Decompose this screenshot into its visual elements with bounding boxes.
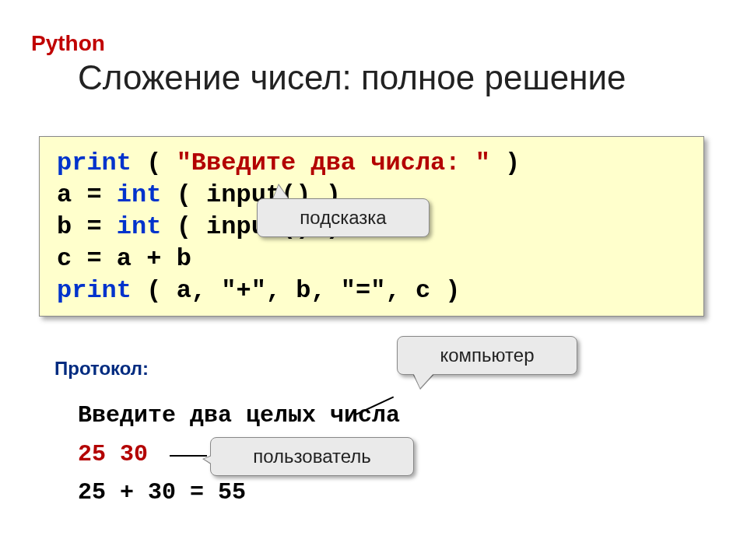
callout-tail [204,454,216,467]
protocol-line: Введите два целых числа [78,397,400,436]
code-keyword: print [57,276,132,305]
callout-user: пользователь [210,437,414,476]
code-keyword: print [57,149,132,177]
callout-tail [412,371,436,388]
code-text: ) [490,149,520,177]
slide-title: Сложение чисел: полное решение [78,58,626,97]
slide: Python Сложение чисел: полное решение pr… [0,0,747,560]
code-text: b = [57,212,117,241]
code-text: c = a + b [57,244,191,273]
protocol-label: Протокол: [54,358,149,380]
code-keyword: int [117,212,162,241]
callout-hint: подсказка [257,198,430,237]
code-keyword: int [117,180,162,209]
code-text: ( a, "+", b, "=", c ) [132,276,460,305]
code-text: a = [57,180,117,209]
code-string: "Введите два числа: " [177,149,490,177]
callout-computer: компьютер [397,336,577,375]
code-text: ( [132,149,177,177]
connector-line [170,455,207,457]
language-label: Python [31,31,105,56]
protocol-line: 25 + 30 = 55 [78,474,400,513]
